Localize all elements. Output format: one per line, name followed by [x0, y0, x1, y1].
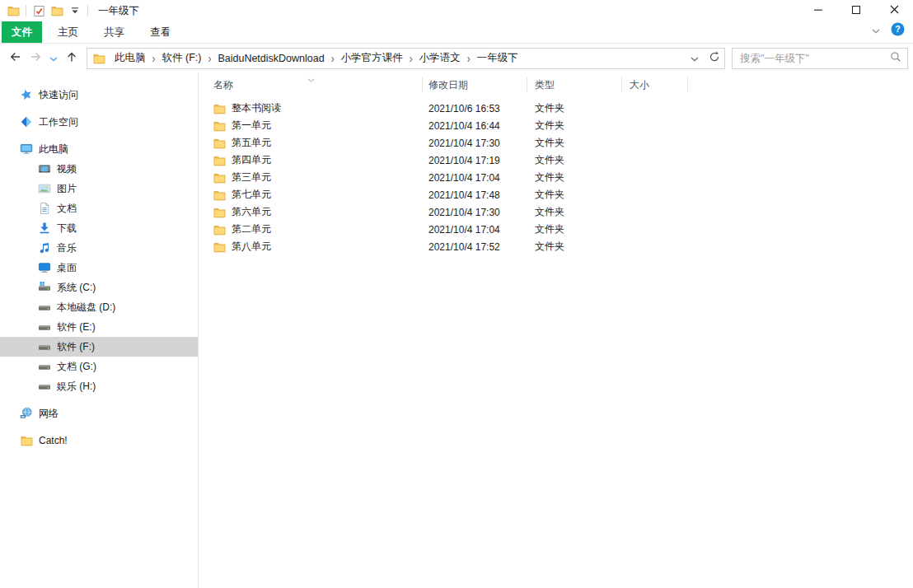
folder-icon	[213, 189, 227, 201]
close-button[interactable]	[875, 0, 913, 21]
sidebar-item[interactable]: 文档 (G:)	[0, 357, 198, 376]
sidebar-item-label: 视频	[57, 162, 77, 176]
file-type: 文件夹	[527, 153, 621, 167]
titlebar-separator	[26, 5, 26, 16]
breadcrumb-item[interactable]: 软件 (F:)	[157, 51, 208, 65]
sidebar-item-label: 文档	[57, 202, 77, 216]
minimize-button[interactable]	[799, 0, 837, 21]
file-modified-date: 2021/10/4 17:30	[422, 207, 527, 218]
ribbon-tabs: 文件主页共享查看	[0, 21, 186, 43]
videos-icon	[38, 162, 51, 175]
sidebar-item-label: 下载	[57, 222, 77, 236]
breadcrumb-chevron-icon[interactable]: ›	[409, 51, 414, 65]
chevron-down-icon	[691, 53, 699, 64]
sidebar-item-label: 工作空间	[39, 115, 78, 129]
breadcrumb-chevron-icon[interactable]: ›	[152, 51, 157, 65]
titlebar: 一年级下	[0, 0, 913, 21]
column-separator[interactable]	[422, 77, 423, 92]
file-name: 第五单元	[232, 136, 271, 150]
file-modified-date: 2021/10/4 17:30	[422, 138, 527, 149]
folder-icon	[20, 434, 33, 447]
svg-text:?: ?	[895, 24, 900, 34]
sidebar-item[interactable]: 软件 (E:)	[0, 317, 198, 337]
search-icon[interactable]	[890, 51, 901, 65]
forward-button[interactable]	[26, 48, 46, 68]
sidebar-item[interactable]: 桌面	[0, 258, 198, 278]
column-separator[interactable]	[687, 77, 688, 92]
file-row[interactable]: 第六单元2021/10/4 17:30文件夹	[199, 203, 913, 221]
file-list-pane: 名称修改日期类型大小 整本书阅读2021/10/6 16:53文件夹第一单元20…	[199, 72, 913, 588]
file-row[interactable]: 第七单元2021/10/4 17:48文件夹	[199, 186, 913, 203]
up-button[interactable]	[61, 48, 82, 68]
pictures-icon	[38, 182, 51, 195]
window-controls	[799, 0, 913, 21]
tab-view[interactable]: 查看	[140, 21, 180, 43]
column-header-date[interactable]: 修改日期	[422, 72, 527, 97]
file-row[interactable]: 第一单元2021/10/4 16:44文件夹	[199, 117, 913, 134]
drive-icon	[38, 301, 51, 314]
customize-qat-icon[interactable]	[66, 2, 84, 19]
breadcrumb-item[interactable]: BaiduNetdiskDownload	[212, 53, 330, 64]
file-row[interactable]: 第四单元2021/10/4 17:19文件夹	[199, 152, 913, 169]
address-folder-icon	[87, 53, 109, 64]
sort-chevron-icon[interactable]	[307, 73, 315, 85]
column-header-size[interactable]: 大小	[621, 72, 687, 97]
help-icon[interactable]: ?	[891, 22, 905, 39]
sidebar-item[interactable]: 视频	[0, 159, 198, 179]
breadcrumb-item[interactable]: 小学官方课件	[335, 51, 409, 65]
folder-icon	[213, 223, 227, 236]
file-row[interactable]: 第三单元2021/10/4 17:04文件夹	[199, 169, 913, 186]
sidebar-item[interactable]: 此电脑	[0, 139, 198, 159]
forward-arrow-icon	[29, 50, 43, 66]
sidebar-item[interactable]: 音乐	[0, 238, 198, 258]
breadcrumb-chevron-icon[interactable]: ›	[466, 51, 471, 65]
sidebar-item[interactable]: 软件 (F:)	[0, 337, 198, 357]
file-row[interactable]: 第八单元2021/10/4 17:52文件夹	[199, 238, 913, 255]
back-button[interactable]	[5, 48, 26, 68]
column-separator[interactable]	[621, 77, 622, 92]
sidebar-item[interactable]: 快速访问	[0, 85, 198, 105]
refresh-button[interactable]	[705, 49, 724, 68]
sidebar-item[interactable]: 文档	[0, 198, 198, 218]
address-bar[interactable]: 此电脑›软件 (F:)›BaiduNetdiskDownload›小学官方课件›…	[87, 48, 725, 69]
new-folder-icon[interactable]	[48, 2, 66, 19]
sidebar-item[interactable]: 网络	[0, 404, 198, 423]
sidebar-item-label: 图片	[57, 182, 77, 196]
tab-share[interactable]: 共享	[94, 21, 134, 43]
app-folder-icon[interactable]	[4, 2, 22, 19]
sidebar-item[interactable]: 本地磁盘 (D:)	[0, 297, 198, 317]
file-row[interactable]: 第二单元2021/10/4 17:04文件夹	[199, 221, 913, 238]
sidebar-item[interactable]: 图片	[0, 179, 198, 198]
folder-icon	[213, 206, 227, 218]
ribbon-right-controls: ?	[872, 22, 905, 39]
breadcrumb-item[interactable]: 此电脑	[109, 51, 152, 65]
tab-file[interactable]: 文件	[2, 21, 42, 43]
address-dropdown-button[interactable]	[685, 49, 705, 68]
maximize-button[interactable]	[837, 0, 875, 21]
search-input[interactable]	[740, 53, 890, 64]
file-row[interactable]: 整本书阅读2021/10/6 16:53文件夹	[199, 100, 913, 117]
system-drive-icon	[38, 281, 51, 294]
sidebar-item[interactable]: 工作空间	[0, 112, 198, 132]
sidebar-item[interactable]: 下载	[0, 218, 198, 238]
sidebar-item[interactable]: 系统 (C:)	[0, 278, 198, 297]
properties-icon[interactable]	[30, 2, 48, 19]
sidebar-item-label: 文档 (G:)	[57, 360, 96, 374]
sidebar-item[interactable]: 娱乐 (H:)	[0, 376, 198, 396]
file-modified-date: 2021/10/4 17:04	[422, 172, 527, 184]
breadcrumb-item[interactable]: 小学语文	[414, 51, 466, 65]
tab-home[interactable]: 主页	[48, 21, 88, 43]
titlebar-separator	[87, 5, 88, 16]
file-type: 文件夹	[527, 101, 621, 115]
file-name: 第四单元	[232, 153, 271, 167]
navigation-bar: 此电脑›软件 (F:)›BaiduNetdiskDownload›小学官方课件›…	[0, 44, 913, 72]
breadcrumb-item[interactable]: 一年级下	[471, 51, 524, 65]
recent-locations-button[interactable]	[46, 48, 61, 68]
file-row[interactable]: 第五单元2021/10/4 17:30文件夹	[199, 134, 913, 152]
expand-ribbon-chevron-icon[interactable]	[872, 25, 880, 36]
breadcrumb-chevron-icon[interactable]: ›	[207, 51, 212, 65]
column-separator[interactable]	[527, 77, 527, 92]
column-header-type[interactable]: 类型	[527, 72, 621, 97]
sidebar-item[interactable]: Catch!	[0, 431, 198, 450]
breadcrumb-chevron-icon[interactable]: ›	[330, 51, 335, 65]
